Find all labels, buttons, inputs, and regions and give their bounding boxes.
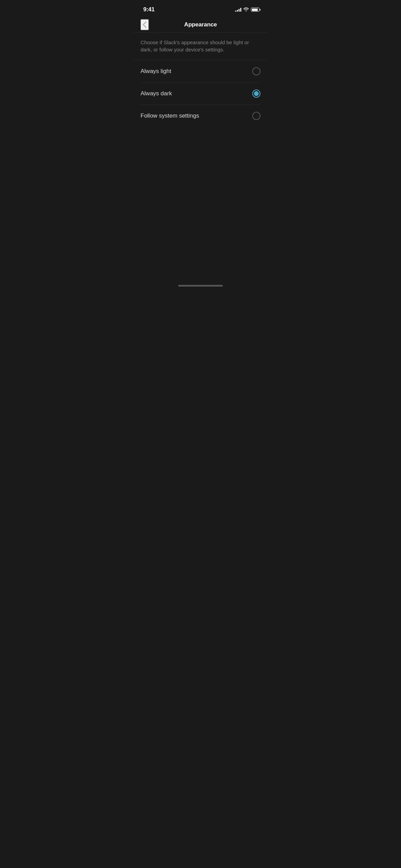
option-always-dark-label: Always dark	[141, 90, 172, 97]
option-follow-system[interactable]: Follow system settings	[141, 105, 260, 127]
option-always-light[interactable]: Always light	[141, 60, 260, 83]
status-icons	[235, 7, 260, 12]
nav-header: Appearance	[134, 17, 267, 33]
option-follow-system-label: Follow system settings	[141, 112, 199, 119]
status-time: 9:41	[143, 6, 155, 13]
status-bar: 9:41	[134, 0, 267, 17]
option-always-dark[interactable]: Always dark	[141, 83, 260, 105]
page-title: Appearance	[184, 21, 217, 28]
description-text: Choose if Slack's appearance should be l…	[134, 33, 267, 60]
radio-always-dark[interactable]	[252, 89, 260, 98]
radio-follow-system[interactable]	[252, 112, 260, 120]
signal-bars-icon	[235, 8, 241, 12]
content-area: Choose if Slack's appearance should be l…	[134, 33, 267, 127]
options-list: Always light Always dark Follow system s…	[134, 60, 267, 127]
radio-always-light[interactable]	[252, 67, 260, 75]
battery-icon	[251, 8, 260, 12]
wifi-icon	[243, 7, 249, 12]
radio-always-dark-fill	[254, 91, 259, 96]
option-always-light-label: Always light	[141, 68, 171, 75]
back-button[interactable]	[141, 19, 149, 30]
home-indicator	[178, 285, 223, 287]
